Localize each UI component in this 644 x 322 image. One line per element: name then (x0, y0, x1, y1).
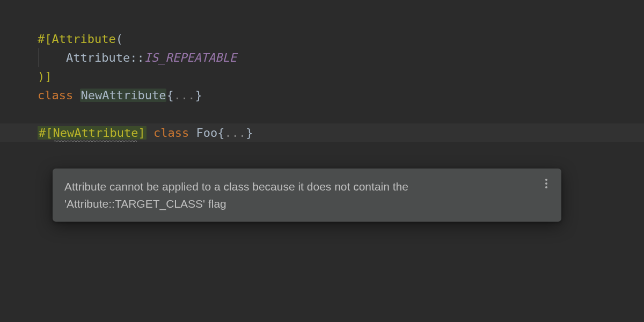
fold-ellipsis[interactable]: ... (174, 89, 195, 102)
attribute-close-token: ] (138, 126, 145, 140)
brace-close: } (246, 126, 253, 140)
warning-squiggle[interactable]: NewAttribute (53, 123, 138, 142)
paren-open: ( (116, 32, 123, 46)
attribute-open-token: #[ (38, 32, 52, 46)
attribute-close-token: )] (38, 70, 52, 83)
code-line[interactable]: class NewAttribute{...} (38, 86, 644, 105)
class-name-declaration: Foo (196, 126, 217, 140)
brace-open: { (166, 89, 173, 102)
inspection-tooltip: Attribute cannot be applied to a class b… (53, 169, 561, 222)
constant-token: IS_REPEATABLE (144, 51, 237, 64)
class-keyword: class (38, 89, 80, 102)
attribute-name: NewAttribute (53, 126, 138, 140)
code-editor[interactable]: #[Attribute( Attribute::IS_REPEATABLE )]… (0, 0, 644, 142)
fold-ellipsis[interactable]: ... (224, 126, 246, 140)
attribute-usage-highlight: #[NewAttribute] (38, 126, 147, 140)
code-line[interactable]: Attribute::IS_REPEATABLE (38, 48, 644, 67)
indent-whitespace (38, 51, 66, 64)
dot-icon (545, 182, 547, 185)
more-actions-button[interactable] (541, 177, 552, 190)
space (147, 126, 153, 140)
code-line[interactable]: )] (38, 67, 644, 86)
qualifier-class: Attribute (66, 51, 130, 64)
code-line[interactable]: #[Attribute( (38, 30, 644, 48)
attribute-open-token: #[ (39, 126, 53, 140)
brace-open: { (217, 126, 224, 140)
dot-icon (545, 179, 547, 181)
attribute-class-name: Attribute (52, 32, 116, 46)
brace-close: } (195, 89, 202, 102)
class-keyword: class (153, 126, 196, 140)
blank-line (38, 105, 644, 123)
scope-operator: :: (130, 51, 144, 64)
class-name-declaration: NewAttribute (80, 89, 166, 102)
squiggle-underline-icon (54, 140, 137, 142)
tooltip-message: Attribute cannot be applied to a class b… (64, 180, 408, 210)
code-line-highlighted[interactable]: #[NewAttribute] class Foo{...} (0, 123, 644, 142)
dot-icon (545, 186, 547, 188)
